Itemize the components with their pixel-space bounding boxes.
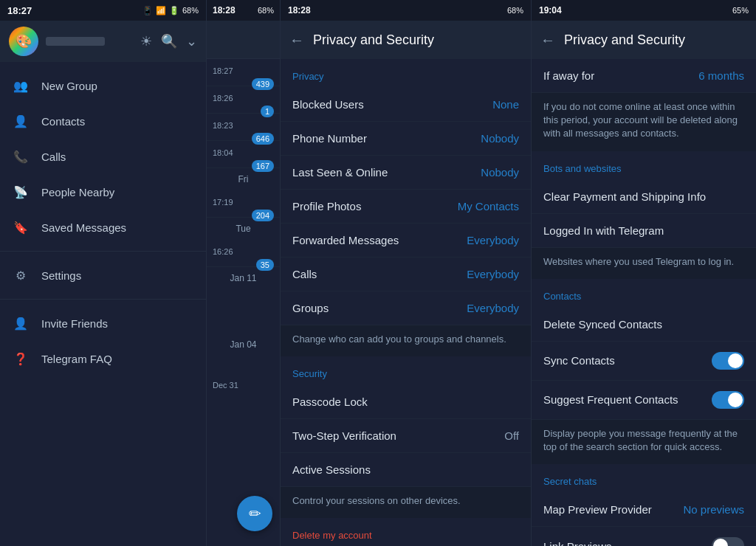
link-previews-toggle[interactable] — [712, 537, 744, 546]
phone-icon: 📱 — [142, 6, 153, 15]
forwarded-messages-value: Everybody — [467, 234, 519, 246]
calls-privacy-value: Everybody — [467, 268, 519, 280]
delete-synced-item[interactable]: Delete Synced Contacts — [532, 308, 756, 342]
profile-photos-value: My Contacts — [458, 200, 519, 212]
sidebar-item-settings[interactable]: ⚙ Settings — [0, 258, 206, 293]
chat-badge-6: 35 — [256, 259, 274, 271]
battery-chatlist: 68% — [258, 6, 274, 15]
chat-time-6: 16:26 — [213, 247, 274, 256]
sidebar-menu: 👥 New Group 👤 Contacts 📞 Calls 📡 People … — [0, 62, 206, 546]
chat-entry-5[interactable]: 17:19 204 — [207, 190, 280, 218]
chat-entry-6[interactable]: 16:26 35 — [207, 240, 280, 267]
settings-scroll-mid[interactable]: Privacy Blocked Users None Phone Number … — [281, 59, 531, 546]
sidebar-item-new-group[interactable]: 👥 New Group — [0, 68, 206, 103]
link-previews-item[interactable]: Link Previews — [532, 527, 756, 546]
settings-header-mid: ← Privacy and Security — [281, 21, 531, 59]
delete-synced-label: Delete Synced Contacts — [543, 318, 662, 331]
chat-badge-2: 1 — [261, 106, 274, 117]
battery-settings-right: 65% — [732, 6, 749, 15]
sidebar-header: 🎨 ☀ 🔍 ⌄ — [0, 21, 206, 62]
sidebar-item-contacts[interactable]: 👤 Contacts — [0, 103, 206, 139]
status-bar-chatlist: 18:28 68% — [207, 0, 280, 21]
sidebar-panel: 18:27 📱 📶 🔋 68% 🎨 ☀ 🔍 ⌄ 👥 New Group 👤 C — [0, 0, 207, 546]
settings-header-right: ← Privacy and Security — [532, 21, 756, 59]
suggest-frequent-label: Suggest Frequent Contacts — [543, 393, 678, 406]
suggest-frequent-toggle[interactable] — [712, 391, 744, 409]
sidebar-item-saved-messages[interactable]: 🔖 Saved Messages — [0, 210, 206, 245]
chat-entry-3[interactable]: 18:23 646 — [207, 114, 280, 141]
active-sessions-item[interactable]: Active Sessions — [281, 453, 531, 487]
chat-badge-5: 204 — [252, 210, 274, 221]
settings-icon: ⚙ — [12, 266, 30, 284]
sync-contacts-item[interactable]: Sync Contacts — [532, 342, 756, 381]
privacy-note: Change who can add you to groups and cha… — [281, 325, 531, 356]
calls-privacy-item[interactable]: Calls Everybody — [281, 258, 531, 291]
secret-chats-label: Secret chats — [532, 464, 756, 493]
sync-contacts-label: Sync Contacts — [543, 354, 615, 367]
status-bar-settings-right: 19:04 65% — [532, 0, 756, 21]
if-away-label-right: If away for — [543, 69, 594, 82]
chatlist-panel: 18:28 68% 18:27 439 18:26 1 18:23 646 18… — [207, 0, 281, 546]
suggest-frequent-item[interactable]: Suggest Frequent Contacts — [532, 381, 756, 420]
back-button-mid[interactable]: ← — [289, 32, 304, 49]
chat-badge-1: 439 — [252, 78, 274, 90]
calls-privacy-label: Calls — [292, 268, 317, 280]
compose-fab[interactable]: ✏ — [237, 496, 272, 531]
search-icon[interactable]: 🔍 — [161, 33, 177, 49]
sidebar-item-calls[interactable]: 📞 Calls — [0, 139, 206, 174]
forwarded-messages-item[interactable]: Forwarded Messages Everybody — [281, 224, 531, 258]
dropdown-icon[interactable]: ⌄ — [186, 33, 197, 49]
clear-payment-item[interactable]: Clear Payment and Shipping Info — [532, 180, 756, 214]
chat-entry-2[interactable]: 18:26 1 — [207, 86, 280, 114]
day-label-dec31: Dec 31 — [207, 378, 280, 393]
link-previews-label: Link Previews — [543, 540, 612, 546]
groups-label: Groups — [292, 302, 329, 314]
invite-friends-icon: 👤 — [12, 314, 30, 332]
if-away-item-right[interactable]: If away for 6 months — [532, 59, 756, 93]
logged-in-telegram-label: Logged In with Telegram — [543, 224, 664, 237]
sidebar-item-invite-friends[interactable]: 👤 Invite Friends — [0, 305, 206, 341]
sidebar-item-people-nearby[interactable]: 📡 People Nearby — [0, 174, 206, 210]
security-note: Control your sessions on other devices. — [281, 487, 531, 518]
blocked-users-item[interactable]: Blocked Users None — [281, 88, 531, 122]
passcode-lock-item[interactable]: Passcode Lock — [281, 385, 531, 419]
phone-number-item[interactable]: Phone Number Nobody — [281, 122, 531, 156]
two-step-label: Two-Step Verification — [292, 429, 396, 442]
last-seen-item[interactable]: Last Seen & Online Nobody — [281, 156, 531, 190]
back-button-right[interactable]: ← — [540, 32, 555, 49]
blocked-users-label: Blocked Users — [292, 98, 364, 111]
brightness-icon[interactable]: ☀ — [140, 33, 152, 49]
if-away-value-right: 6 months — [698, 69, 744, 82]
chat-time-3: 18:23 — [213, 121, 274, 130]
map-preview-item[interactable]: Map Preview Provider No previews — [532, 493, 756, 527]
settings-panel-middle: 18:28 68% ← Privacy and Security Privacy… — [281, 0, 532, 546]
user-name — [46, 37, 105, 46]
map-preview-value: No previews — [683, 503, 744, 516]
chat-badge-3: 646 — [252, 133, 274, 145]
groups-item[interactable]: Groups Everybody — [281, 291, 531, 325]
chat-time-4: 18:04 — [213, 148, 274, 157]
time-settings-mid: 18:28 — [288, 5, 311, 15]
avatar-area: 🎨 — [9, 27, 105, 56]
two-step-item[interactable]: Two-Step Verification Off — [281, 419, 531, 453]
sidebar-item-telegram-faq[interactable]: ❓ Telegram FAQ — [0, 341, 206, 376]
settings-title-right: Privacy and Security — [564, 32, 685, 48]
logged-in-telegram-item[interactable]: Logged In with Telegram — [532, 214, 756, 248]
bots-websites-label: Bots and websites — [532, 151, 756, 180]
faq-label: Telegram FAQ — [41, 353, 112, 365]
chat-entry-1[interactable]: 18:27 439 — [207, 59, 280, 86]
user-avatar[interactable]: 🎨 — [9, 27, 38, 56]
calls-label: Calls — [41, 151, 66, 163]
saved-messages-icon: 🔖 — [12, 218, 30, 236]
blocked-users-value: None — [492, 98, 519, 111]
settings-scroll-right[interactable]: If away for 6 months If you do not come … — [532, 59, 756, 546]
calls-icon: 📞 — [12, 148, 30, 165]
sync-contacts-toggle[interactable] — [712, 352, 744, 370]
phone-number-value: Nobody — [481, 132, 519, 145]
status-bar-left: 18:27 📱 📶 🔋 68% — [0, 0, 206, 21]
invite-friends-label: Invite Friends — [41, 317, 108, 330]
chat-entry-4[interactable]: 18:04 167 — [207, 141, 280, 168]
people-nearby-icon: 📡 — [12, 183, 30, 201]
profile-photos-item[interactable]: Profile Photos My Contacts — [281, 190, 531, 224]
day-label-jan04: Jan 04 — [207, 334, 280, 356]
